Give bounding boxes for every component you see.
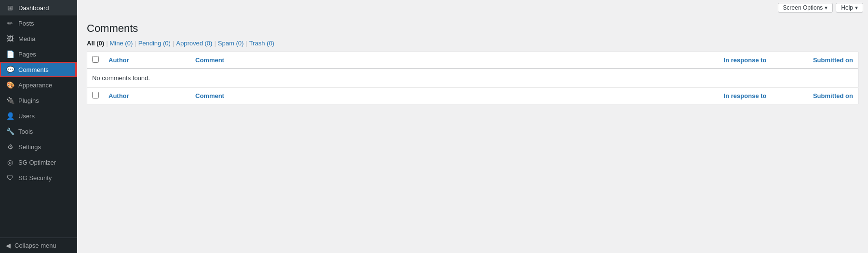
filter-mine[interactable]: Mine (0) <box>110 40 133 47</box>
col-author-bottom: Author <box>104 88 190 104</box>
collapse-menu[interactable]: ◀ Collapse menu <box>0 238 77 253</box>
help-chevron-icon: ▾ <box>855 4 858 11</box>
sidebar-item-label: Plugins <box>18 97 39 104</box>
sidebar-item-label: SG Optimizer <box>18 159 56 166</box>
filter-approved-count: (0) <box>205 40 213 47</box>
comments-icon: 💬 <box>6 66 14 73</box>
sidebar-item-dashboard[interactable]: ⊞ Dashboard <box>0 0 77 15</box>
filter-all-count: (0) <box>96 40 104 47</box>
sidebar-item-label: Tools <box>18 128 33 135</box>
filter-all[interactable]: All (0) <box>87 40 104 47</box>
page-content: Comments All (0) | Mine (0) | Pending (0… <box>77 15 868 253</box>
sidebar-item-label: Comments <box>18 66 49 73</box>
screen-options-label: Screen Options <box>783 4 823 11</box>
topbar: Screen Options ▾ Help ▾ <box>77 0 868 15</box>
sep4: | <box>214 40 216 47</box>
sidebar-item-label: Settings <box>18 143 41 151</box>
col-response-bottom: In response to <box>675 88 772 104</box>
sidebar-item-label: Appearance <box>18 82 52 89</box>
filter-approved-label: Approved <box>176 40 203 47</box>
col-comment-label-top: Comment <box>195 56 224 64</box>
sidebar-item-label: Dashboard <box>18 4 49 12</box>
sep1: | <box>106 40 108 47</box>
sidebar-item-sg-security[interactable]: 🛡 SG Security <box>0 170 77 185</box>
sidebar-item-media[interactable]: 🖼 Media <box>0 31 77 46</box>
page-title: Comments <box>87 22 858 35</box>
sidebar-item-sg-optimizer[interactable]: ◎ SG Optimizer <box>0 155 77 170</box>
appearance-icon: 🎨 <box>6 81 14 89</box>
media-icon: 🖼 <box>6 35 14 42</box>
filter-spam-count: (0) <box>236 40 244 47</box>
collapse-label: Collapse menu <box>14 242 56 249</box>
col-comment-bottom: Comment <box>190 88 675 104</box>
sidebar-item-comments[interactable]: 💬 Comments <box>0 62 77 77</box>
col-author-link-top[interactable]: Author <box>108 56 129 64</box>
col-response-top: In response to <box>675 52 772 69</box>
filter-pending-count: (0) <box>163 40 171 47</box>
pages-icon: 📄 <box>6 50 14 58</box>
comments-table: Author Comment In response to Submitted … <box>87 52 858 104</box>
sidebar-item-label: Pages <box>18 51 36 58</box>
col-checkbox-top <box>87 52 104 69</box>
table-header-top: Author Comment In response to Submitted … <box>87 52 858 69</box>
col-response-link-top[interactable]: In response to <box>724 56 767 64</box>
sidebar-item-label: Media <box>18 35 35 42</box>
col-response-link-bottom[interactable]: In response to <box>724 92 767 99</box>
filter-trash-count: (0) <box>267 40 274 47</box>
col-author-link-bottom[interactable]: Author <box>108 92 129 99</box>
col-author-top: Author <box>104 52 190 69</box>
col-submitted-link-top[interactable]: Submitted on <box>813 56 853 64</box>
sidebar-item-plugins[interactable]: 🔌 Plugins <box>0 93 77 108</box>
main-content: Screen Options ▾ Help ▾ Comments All (0)… <box>77 0 868 253</box>
sidebar: ⊞ Dashboard ✏ Posts 🖼 Media 📄 Pages 💬 Co… <box>0 0 77 253</box>
no-comments-row: No comments found. <box>87 69 858 88</box>
help-label: Help <box>841 4 853 11</box>
screen-options-chevron-icon: ▾ <box>825 4 827 11</box>
dashboard-icon: ⊞ <box>6 4 14 12</box>
help-button[interactable]: Help ▾ <box>836 3 863 13</box>
tools-icon: 🔧 <box>6 127 14 135</box>
filter-mine-count: (0) <box>125 40 133 47</box>
sidebar-item-appearance[interactable]: 🎨 Appearance <box>0 77 77 93</box>
select-all-checkbox-top[interactable] <box>92 56 99 63</box>
sidebar-item-settings[interactable]: ⚙ Settings <box>0 139 77 155</box>
col-submitted-link-bottom[interactable]: Submitted on <box>813 92 853 99</box>
filter-pending[interactable]: Pending (0) <box>138 40 171 47</box>
filter-all-label: All <box>87 40 95 47</box>
comments-filter-bar: All (0) | Mine (0) | Pending (0) | Appro… <box>87 40 858 47</box>
filter-mine-label: Mine <box>110 40 123 47</box>
filter-trash[interactable]: Trash (0) <box>249 40 274 47</box>
sidebar-item-label: Users <box>18 112 35 120</box>
filter-spam-label: Spam <box>218 40 234 47</box>
select-all-checkbox-bottom[interactable] <box>92 92 99 98</box>
filter-pending-label: Pending <box>138 40 162 47</box>
filter-spam[interactable]: Spam (0) <box>218 40 244 47</box>
sep2: | <box>135 40 136 47</box>
sidebar-item-tools[interactable]: 🔧 Tools <box>0 124 77 139</box>
sidebar-item-users[interactable]: 👤 Users <box>0 108 77 124</box>
sidebar-item-label: Posts <box>18 20 34 27</box>
sidebar-item-posts[interactable]: ✏ Posts <box>0 15 77 31</box>
sg-security-icon: 🛡 <box>6 174 14 182</box>
collapse-icon: ◀ <box>6 242 11 249</box>
filter-approved[interactable]: Approved (0) <box>176 40 212 47</box>
col-submitted-top: Submitted on <box>772 52 858 69</box>
no-comments-message: No comments found. <box>87 69 858 88</box>
posts-icon: ✏ <box>6 19 14 27</box>
sep5: | <box>245 40 247 47</box>
screen-options-button[interactable]: Screen Options ▾ <box>778 3 833 13</box>
sep3: | <box>173 40 174 47</box>
sidebar-item-pages[interactable]: 📄 Pages <box>0 46 77 62</box>
col-checkbox-bottom <box>87 88 104 104</box>
table-header-bottom: Author Comment In response to Submitted … <box>87 88 858 104</box>
col-submitted-bottom: Submitted on <box>772 88 858 104</box>
plugins-icon: 🔌 <box>6 97 14 104</box>
sidebar-item-label: SG Security <box>18 174 52 182</box>
sg-optimizer-icon: ◎ <box>6 158 14 166</box>
col-comment-top: Comment <box>190 52 675 69</box>
col-comment-label-bottom: Comment <box>195 92 224 99</box>
settings-icon: ⚙ <box>6 143 14 151</box>
users-icon: 👤 <box>6 112 14 120</box>
filter-trash-label: Trash <box>249 40 265 47</box>
